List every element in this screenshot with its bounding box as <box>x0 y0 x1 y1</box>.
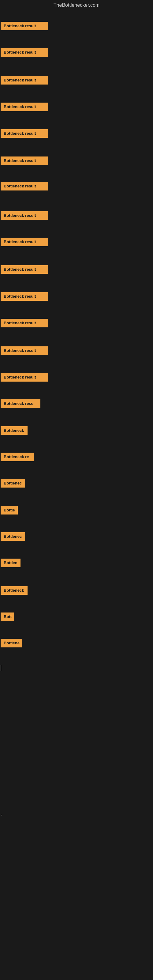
bottleneck-item[interactable]: Bottleneck result <box>1 211 48 220</box>
bottleneck-item[interactable]: Bottleneck result <box>1 238 48 246</box>
bottleneck-item[interactable]: Bottle <box>1 506 18 514</box>
bottleneck-item[interactable] <box>1 665 1 671</box>
bottleneck-item[interactable]: Bottlen <box>1 558 21 567</box>
bottleneck-item[interactable]: Bottlenec <box>1 532 25 541</box>
small-item: c <box>1 813 2 816</box>
bottleneck-item[interactable]: Bottleneck result <box>1 48 48 57</box>
bottleneck-item[interactable]: Bottlenec <box>1 479 25 488</box>
bottleneck-item[interactable]: Bottleneck result <box>1 103 48 111</box>
bottleneck-item[interactable]: Bottleneck result <box>1 156 48 165</box>
bottleneck-item[interactable]: Bottleneck re <box>1 453 33 461</box>
bottleneck-item[interactable]: Bottleneck <box>1 426 27 435</box>
bottleneck-item[interactable]: Bottleneck result <box>1 373 48 382</box>
site-title: TheBottlenecker.com <box>54 2 99 8</box>
bottleneck-item[interactable]: Bottleneck <box>1 586 27 595</box>
bottleneck-item[interactable]: Bottleneck result <box>1 76 48 84</box>
bottleneck-item[interactable]: Bottleneck resu <box>1 399 40 408</box>
bottleneck-item[interactable]: Bottleneck result <box>1 129 48 138</box>
bottleneck-item[interactable]: Bottleneck result <box>1 22 48 30</box>
bottleneck-item[interactable]: Bottleneck result <box>1 346 48 355</box>
bottleneck-item[interactable]: Bottleneck result <box>1 182 48 191</box>
site-header: TheBottlenecker.com <box>0 0 153 10</box>
bottleneck-item[interactable]: Bottleneck result <box>1 292 48 301</box>
bottleneck-item[interactable]: Bottleneck result <box>1 265 48 274</box>
bottleneck-item[interactable]: Bottlene <box>1 639 22 648</box>
bottleneck-item[interactable]: Bottleneck result <box>1 319 48 328</box>
bottleneck-item[interactable]: Bott <box>1 612 14 621</box>
